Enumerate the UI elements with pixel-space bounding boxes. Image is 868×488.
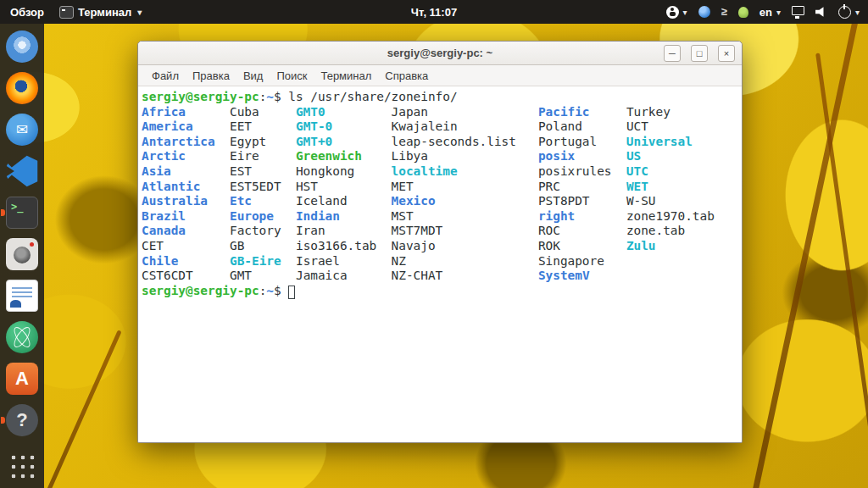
menu-item-5[interactable]: Справка [378,68,435,84]
vscode-icon [6,155,38,187]
clock[interactable]: Чт, 11:07 [411,6,457,19]
zoneinfo-entry: EET [230,119,252,133]
zoneinfo-entry: ROK [538,239,560,252]
system-tray: ▾≥en▾▾ [666,6,868,19]
show-apps-icon [8,452,36,480]
indicator-z-tray-item[interactable]: ≥ [721,6,727,18]
dock-item-thunderbird[interactable] [5,113,39,147]
indicator-plant-icon [738,7,748,18]
zoneinfo-entry: iso3166.tab [296,239,376,252]
dock-item-vscode[interactable] [5,154,39,188]
menubar: ФайлПравкаВидПоискТерминалСправка [138,65,742,86]
zoneinfo-entry: Indian [296,209,340,223]
terminal-output[interactable]: sergiy@sergiy-pc:~$ ls /usr/share/zonein… [138,86,742,442]
terminal-app-icon [59,6,74,19]
maximize-button[interactable]: □ [691,45,708,62]
zoneinfo-entry: Iceland [296,194,348,208]
menu-item-3[interactable]: Поиск [270,68,314,84]
zoneinfo-entry: zone1970.tab [626,209,715,223]
close-button[interactable]: × [718,45,735,62]
titlebar[interactable]: sergiy@sergiy-pc: ~ ─ □ × [138,42,742,65]
menu-item-2[interactable]: Вид [236,68,270,84]
zoneinfo-entry: Egypt [230,135,266,148]
chromium-icon [6,30,38,63]
network-tray-item[interactable] [792,8,804,15]
zoneinfo-entry: Navajo [392,239,436,252]
dock-item-letter-a-app[interactable] [5,362,39,396]
indicator-z-icon: ≥ [721,6,727,18]
app-menu[interactable]: Терминал ▾ [59,6,142,19]
dock-item-chromium[interactable] [5,30,39,64]
zoneinfo-entry: Turkey [626,105,670,119]
zoneinfo-entry: Atlantic [142,180,200,193]
zoneinfo-entry: Canada [142,224,186,237]
indicator-blue-tray-item[interactable] [698,6,710,18]
zoneinfo-entry: Hongkong [296,164,354,178]
zoneinfo-entry: EST5EDT [230,180,281,193]
accessibility-tray-item[interactable]: ▾ [666,6,687,19]
indicator-plant-tray-item[interactable] [738,7,748,18]
zoneinfo-entry: Brazil [142,209,186,223]
running-indicator [1,209,5,216]
writer-icon [6,280,38,312]
zoneinfo-entry: CST6CDT [142,269,193,282]
terminal-icon [6,197,38,229]
zoneinfo-entry: EST [230,164,252,178]
volume-tray-item[interactable] [815,7,827,18]
dock-item-show-apps[interactable] [5,449,39,483]
menu-item-4[interactable]: Терминал [314,68,378,84]
zoneinfo-entry: posixrules [538,164,612,178]
dock-item-camera-app[interactable] [5,237,39,271]
prompt-user: sergiy@sergiy-pc [142,90,259,103]
chevron-down-icon: ▾ [855,8,860,17]
zoneinfo-entry: ROC [538,224,560,237]
keyboard-layout-indicator: en [760,6,772,19]
zoneinfo-entry: Arctic [142,149,186,163]
zoneinfo-entry: Singapore [538,254,604,268]
chevron-down-icon: ▾ [683,8,687,17]
zoneinfo-entry: Pacific [538,105,590,119]
prompt-path: ~ [266,284,274,297]
zoneinfo-entry: Iran [296,224,326,237]
minimize-button[interactable]: ─ [664,45,681,62]
window-controls: ─ □ × [664,45,735,62]
power-tray-item[interactable]: ▾ [838,6,860,19]
zoneinfo-entry: Universal [626,135,693,148]
zoneinfo-entry: UCT [626,119,648,133]
help-icon [6,404,38,436]
zoneinfo-entry: GMT0 [296,105,326,119]
zoneinfo-entry: CET [142,239,164,252]
window-title: sergiy@sergiy-pc: ~ [387,47,492,59]
zoneinfo-entry: Europe [230,209,274,223]
camera-app-icon [6,238,38,270]
zoneinfo-entry: Libya [392,149,428,163]
activities-button[interactable]: Обзор [10,6,44,19]
zoneinfo-entry: Japan [392,105,428,119]
menu-item-0[interactable]: Файл [145,68,186,84]
menu-item-1[interactable]: Правка [186,68,236,84]
zoneinfo-entry: America [142,119,193,133]
dock-item-atom-app[interactable] [5,320,39,354]
zoneinfo-entry: WET [626,180,648,193]
dock-item-firefox[interactable] [5,71,39,105]
zoneinfo-entry: NZ-CHAT [392,269,443,282]
zoneinfo-entry: Australia [142,194,208,208]
zoneinfo-entry: Jamaica [296,269,348,282]
dock-item-help[interactable] [5,403,39,437]
zoneinfo-entry: zone.tab [626,224,685,237]
zoneinfo-entry: MST [392,209,414,223]
keyboard-layout-indicator-tray-item[interactable]: en▾ [760,6,781,19]
zoneinfo-entry: MET [392,180,414,193]
zoneinfo-entry: Poland [538,119,582,133]
zoneinfo-entry: GMT [230,269,252,282]
indicator-blue-icon [698,6,710,18]
zoneinfo-entry: Asia [142,164,171,178]
atom-app-icon [6,321,38,353]
terminal-cursor [288,286,295,299]
dock-item-terminal[interactable] [5,196,39,230]
zoneinfo-entry: PRC [538,180,560,193]
zoneinfo-entry: US [626,149,641,163]
dock-item-writer[interactable] [5,279,39,313]
command-text: ls /usr/share/zoneinfo/ [288,90,457,103]
zoneinfo-entry: GB-Eire [230,254,281,268]
